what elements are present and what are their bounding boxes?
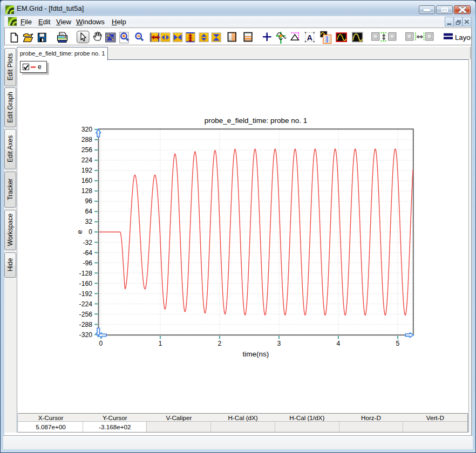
svg-text:2: 2 [218,340,222,347]
svg-text:4: 4 [337,340,341,347]
svg-text:-192: -192 [79,290,93,298]
svg-text:192: 192 [81,167,93,174]
svg-text:A: A [307,33,313,42]
svg-text:96: 96 [85,197,92,205]
svg-text:probe_e_field_time: probe no.: probe_e_field_time: probe no. 1 [205,116,308,125]
svg-text:320: 320 [81,126,93,133]
svg-text:128: 128 [81,187,93,195]
svg-text:0: 0 [99,340,103,347]
svg-text:5: 5 [396,340,400,347]
svg-text:e: e [76,230,84,234]
svg-text:-128: -128 [79,270,93,277]
svg-text:-320: -320 [79,331,93,339]
svg-text:1: 1 [159,340,162,347]
svg-text:0: 0 [89,228,92,236]
svg-text:-96: -96 [83,259,92,267]
svg-text:32: 32 [85,218,92,225]
svg-text:224: 224 [81,156,93,164]
svg-text:256: 256 [81,146,93,154]
svg-text:3: 3 [277,340,281,347]
svg-text:-160: -160 [79,280,93,287]
svg-text:-64: -64 [83,249,92,257]
svg-text:160: 160 [81,177,93,184]
svg-text:-256: -256 [79,311,93,318]
svg-text:-32: -32 [83,239,92,246]
svg-text:288: 288 [81,136,93,143]
svg-text:-288: -288 [79,321,93,328]
svg-text:64: 64 [85,208,92,215]
svg-text:-224: -224 [79,300,93,308]
svg-text:Layout: Layout [455,33,476,42]
svg-text:time(ns): time(ns) [243,350,269,358]
